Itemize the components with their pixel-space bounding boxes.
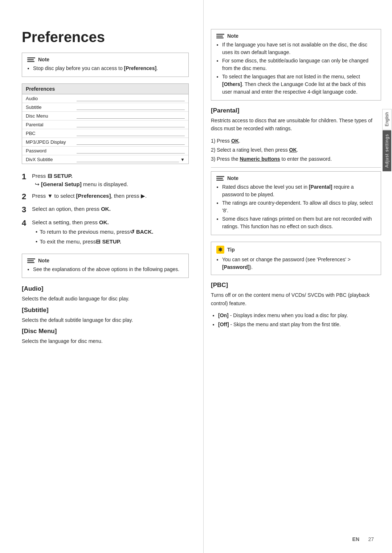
right-note-list-2: Rated discs above the level you set in [… [216,183,376,230]
step-1-sub-text: [General Setup] menu is displayed. [41,180,128,189]
step-content-2: Press ▼ to select [Preferences], then pr… [32,192,189,200]
section-pbc-heading: [PBC] [211,282,381,289]
step-bullet-item: To exit the menu, press ⊟ SETUP. [36,238,189,246]
step-content-3: Select an option, then press OK. [32,205,189,213]
pbc-bullets: [On] - Displays index menu when you load… [211,311,381,329]
row-label-subtitle: Subtitle [26,105,77,110]
note-label-1: Note [38,57,49,62]
tip-header: ✱ Tip [216,246,376,254]
tip-label: Tip [227,247,235,253]
note-list-2: See the explanations of the above option… [27,266,183,273]
right-note-icon-1 [216,34,224,38]
row-value-parental [77,122,185,127]
row-label-parental: Parental [26,122,77,127]
tip-item: You can set or change the password (see … [222,256,376,271]
step-num-3: 3 [22,205,32,214]
note-icon-2 [27,258,35,263]
side-tabs: English Adjust settings [382,109,392,171]
table-row: MP3/JPEG Display [22,138,188,147]
step-num-2: 2 [22,192,32,201]
table-row: PBC [22,129,188,138]
row-label-disc-menu: Disc Menu [26,113,77,119]
side-tab-english: English [382,109,392,130]
step-1-sub: ↪ [General Setup] menu is displayed. [35,180,189,189]
row-label-audio: Audio [26,96,77,101]
right-note-header-2: Note [216,175,376,181]
note-item: Rated discs above the level you set in [… [222,183,376,198]
right-note-label-1: Note [227,33,238,39]
main-content: Preferences Note Stop disc play before y… [0,0,392,553]
table-row: Subtitle [22,103,188,112]
step-1: 1 Press ⊟ SETUP. ↪ [General Setup] menu … [22,172,189,188]
parental-step-2: 2) Select a rating level, then press OK. [211,146,381,155]
table-row: Disc Menu [22,112,188,120]
note-item: To select the languages that are not lis… [222,73,376,96]
table-row: Audio [22,94,188,103]
table-row: Password [22,147,188,155]
section-subtitle: [Subtitle] Selects the default subtitle … [22,307,189,324]
section-disc-menu-para: Selects the language for disc menu. [22,337,189,345]
step-2: 2 Press ▼ to select [Preferences], then … [22,192,189,201]
step-content-4: Select a setting, then press OK. To retu… [32,218,189,247]
section-pbc-para: Turns off or on the content menu of VCDs… [211,291,381,307]
pbc-bullet-on: [On] - Displays index menu when you load… [218,311,381,320]
step-sub-arrow: ↪ [35,180,40,189]
row-value-disc-menu [77,114,185,119]
section-pbc: [PBC] Turns off or on the content menu o… [211,282,381,329]
parental-step-3: 3) Press the Numeric buttons to enter th… [211,155,381,164]
row-label-pbc: PBC [26,131,77,136]
note-header-1: Note [27,57,183,62]
section-parental: [Parental] Restricts access to discs tha… [211,107,381,164]
side-tab-adjust: Adjust settings [383,130,391,171]
note-list-1: Stop disc play before you can access to … [27,65,183,72]
table-row: Parental [22,120,188,129]
table-row: DivX Subtitle ▼ [22,155,188,164]
row-value-audio [77,96,185,101]
step-num-4: 4 [22,218,32,228]
row-value-pbc [77,131,185,136]
prefs-table-title: Preferences [22,84,188,94]
step-num-1: 1 [22,172,32,181]
note-box-1: Note Stop disc play before you can acces… [22,53,189,77]
note-header-2: Note [27,258,183,263]
right-note-box-1: Note If the language you have set is not… [211,29,381,101]
step-3: 3 Select an option, then press OK. [22,205,189,214]
steps-list: 1 Press ⊟ SETUP. ↪ [General Setup] menu … [22,172,189,247]
page-number: 27 [368,536,374,542]
divx-arrow-icon: ▼ [180,157,185,162]
left-column: Preferences Note Stop disc play before y… [0,0,203,553]
row-label-divx: DivX Subtitle [26,157,77,162]
note-icon-1 [27,57,35,62]
row-value-divx [77,157,179,162]
section-subtitle-heading: [Subtitle] [22,307,189,314]
note-item: See the explanations of the above option… [33,266,183,273]
parental-step-1: 1) Press OK. [211,136,381,146]
note-item: The ratings are country-dependent. To al… [222,199,376,214]
right-note-label-2: Note [227,175,238,181]
row-label-password: Password [26,148,77,153]
note-box-2: Note See the explanations of the above o… [22,254,189,278]
section-disc-menu: [Disc Menu] Selects the language for dis… [22,328,189,345]
row-label-mp3: MP3/JPEG Display [26,139,77,145]
section-disc-menu-heading: [Disc Menu] [22,328,189,335]
section-parental-heading: [Parental] [211,107,381,114]
section-subtitle-para: Selects the default subtitle language fo… [22,316,189,324]
row-value-password [77,148,185,153]
parental-steps: 1) Press OK. 2) Select a rating level, t… [211,136,381,164]
section-audio-para: Selects the default audio language for d… [22,295,189,303]
row-value-mp3 [77,140,185,145]
tip-icon: ✱ [216,246,224,254]
step-content-1: Press ⊟ SETUP. ↪ [General Setup] menu is… [32,172,189,188]
section-parental-para: Restricts access to discs that are unsui… [211,116,381,133]
step-4-bullets: To return to the previous menu, press ↺ … [32,228,189,246]
step-1-text: Press ⊟ SETUP. [32,172,189,180]
section-audio: [Audio] Selects the default audio langua… [22,285,189,303]
step-bullet-item: To return to the previous menu, press ↺ … [36,228,189,236]
pbc-bullet-off: [Off] - Skips the menu and start play fr… [218,320,381,329]
right-note-list-1: If the language you have set is not avai… [216,41,376,96]
tip-box: ✱ Tip You can set or change the password… [211,242,381,275]
row-value-subtitle [77,105,185,110]
step-4: 4 Select a setting, then press OK. To re… [22,218,189,247]
note-item: For some discs, the subtitle/audio langu… [222,57,376,72]
right-column: Note If the language you have set is not… [203,0,392,553]
